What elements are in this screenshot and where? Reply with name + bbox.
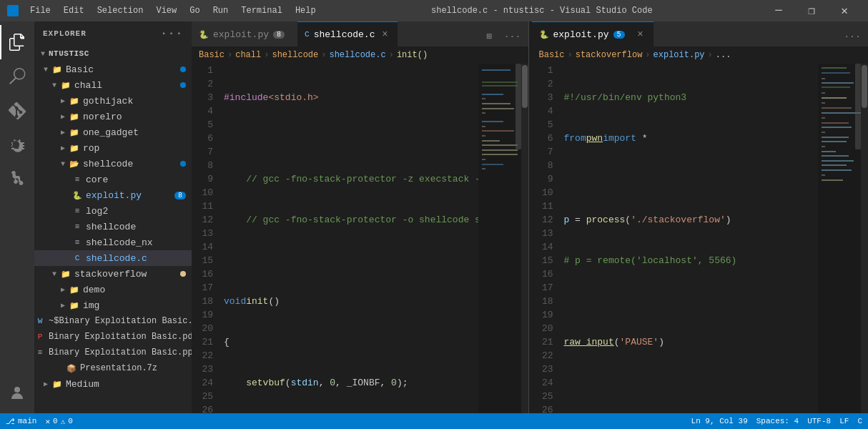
- tab-exploit-py-right[interactable]: 🐍 exploit.py 5 ×: [532, 21, 654, 46]
- left-code-area[interactable]: 1 2 3 4 5 6 7 8 9 10 11 12 13: [192, 64, 528, 413]
- code-line: [564, 376, 819, 390]
- menu-file[interactable]: File: [24, 4, 56, 17]
- tab-close-button[interactable]: ×: [635, 29, 646, 40]
- folder-label: one_gadget: [83, 127, 139, 138]
- breadcrumb-basic[interactable]: Basic: [539, 50, 565, 60]
- sidebar-item-demo[interactable]: ▶ 📁 demo: [34, 282, 192, 297]
- breadcrumb-symbol[interactable]: init(): [397, 50, 428, 60]
- expand-arrow: ▶: [40, 378, 51, 390]
- sidebar-item-chall[interactable]: ▼ 📁 chall: [34, 77, 192, 93]
- tab-shellcode-c[interactable]: C shellcode.c ×: [297, 21, 398, 46]
- more-actions-button[interactable]: ···: [503, 26, 523, 46]
- tab-close-button[interactable]: ×: [379, 29, 390, 40]
- sidebar-item-core[interactable]: ≡ core: [34, 172, 192, 187]
- menu-go[interactable]: Go: [184, 4, 205, 17]
- warning-icon: ⚠: [61, 417, 66, 426]
- file-label: Binary Exploitation Basic.pdf: [49, 332, 192, 342]
- sidebar-item-basic[interactable]: ▼ 📁 Basic: [34, 61, 192, 77]
- menu-edit[interactable]: Edit: [58, 4, 90, 17]
- code-line: # p = remote('localhost', 5566): [564, 254, 819, 267]
- python-icon: 🐍: [539, 30, 549, 39]
- file-label: shellcode.c: [86, 253, 147, 264]
- right-code-content[interactable]: #!/usr/bin/env python3 from pwn import *…: [561, 64, 819, 413]
- file-icon: ≡: [71, 237, 83, 248]
- sidebar-item-binary-pdf[interactable]: P Binary Exploitation Basic.pdf: [34, 329, 192, 345]
- eol-status[interactable]: LF: [839, 417, 849, 425]
- tab-exploit-py-left[interactable]: 🐍 exploit.py 8: [192, 21, 297, 46]
- left-tab-bar: 🐍 exploit.py 8 C shellcode.c × ⊞ ···: [192, 21, 528, 46]
- menu-view[interactable]: View: [150, 4, 182, 17]
- activity-debug[interactable]: [0, 128, 34, 162]
- svg-rect-9: [482, 112, 485, 114]
- sidebar-item-binary-doc[interactable]: W ~$Binary Exploitation Basic....: [34, 313, 192, 329]
- sidebar-item-gothijack[interactable]: ▶ 📁 gothijack: [34, 93, 192, 109]
- file-tree: ▼ NTUSTISC ▼ 📁 Basic ▼ 📁 chall: [34, 46, 192, 413]
- folder-label: gothijack: [83, 96, 133, 107]
- sidebar-more-button[interactable]: ···: [160, 27, 183, 40]
- breadcrumb-exploit-py[interactable]: exploit.py: [654, 50, 705, 60]
- maximize-button[interactable]: ❐: [795, 0, 828, 21]
- split-editor-button[interactable]: ⊞: [480, 26, 500, 46]
- breadcrumb-file[interactable]: shellcode.c: [329, 50, 385, 60]
- spaces-status[interactable]: Spaces: 4: [756, 417, 799, 425]
- sidebar-item-norelro[interactable]: ▶ 📁 norelro: [34, 109, 192, 124]
- sidebar-item-one-gadget[interactable]: ▶ 📁 one_gadget: [34, 124, 192, 140]
- sidebar-item-img[interactable]: ▶ 📁 img: [34, 297, 192, 313]
- tab-badge: 8: [273, 31, 285, 39]
- sidebar-item-medium[interactable]: ▶ 📁 Medium: [34, 376, 192, 392]
- minimize-button[interactable]: ─: [762, 0, 795, 21]
- svg-rect-16: [482, 149, 518, 151]
- line-col-status[interactable]: Ln 9, Col 39: [691, 417, 748, 425]
- sidebar-item-stackoverflow[interactable]: ▼ 📁 stackoverflow: [34, 266, 192, 282]
- svg-rect-35: [822, 127, 852, 128]
- sidebar-item-shellcode-elf[interactable]: ≡ shellcode: [34, 219, 192, 235]
- sidebar-header: Explorer ···: [34, 21, 192, 46]
- breadcrumb-basic[interactable]: Basic: [199, 50, 225, 60]
- code-line: #include <stdio.h>: [224, 91, 478, 104]
- svg-rect-15: [482, 144, 518, 146]
- breadcrumb-dots[interactable]: ...: [716, 50, 731, 60]
- sidebar: Explorer ··· ▼ NTUSTISC ▼ 📁 Basic ▼: [34, 21, 192, 413]
- expand-arrow: ▶: [57, 300, 69, 311]
- svg-rect-33: [822, 117, 825, 119]
- close-button[interactable]: ✕: [828, 0, 861, 21]
- breadcrumb-chall[interactable]: chall: [235, 50, 261, 60]
- activity-explorer[interactable]: [0, 25, 34, 59]
- sidebar-item-binary-pptx[interactable]: ≡ Binary Exploitation Basic.pptx: [34, 345, 192, 360]
- folder-icon: 📁: [51, 64, 63, 75]
- svg-rect-42: [822, 160, 854, 162]
- breadcrumb-shellcode[interactable]: shellcode: [272, 50, 318, 60]
- file-icon: W: [34, 315, 46, 327]
- sidebar-item-shellcode-folder[interactable]: ▼ 📂 shellcode: [34, 156, 192, 172]
- breadcrumb-stackoverflow[interactable]: stackoverflow: [576, 50, 643, 60]
- menu-run[interactable]: Run: [207, 4, 235, 17]
- left-editor-pane: 🐍 exploit.py 8 C shellcode.c × ⊞ ···: [192, 21, 529, 413]
- encoding-status[interactable]: UTF-8: [807, 417, 831, 425]
- scrollbar-thumb[interactable]: [862, 65, 867, 108]
- git-branch-status[interactable]: ⎇ main: [6, 417, 36, 426]
- activity-git[interactable]: [0, 94, 34, 128]
- sidebar-item-ntustisc[interactable]: ▼ NTUSTISC: [34, 46, 192, 61]
- right-scrollbar[interactable]: [861, 64, 868, 413]
- left-scrollbar[interactable]: [521, 64, 528, 413]
- sidebar-item-shellcode-nx[interactable]: ≡ shellcode_nx: [34, 235, 192, 250]
- right-code-area[interactable]: 1 2 3 4 5 6 7 8 9 10 11 12 13: [532, 64, 869, 413]
- left-code-content[interactable]: #include <stdio.h> // gcc -fno-stack-pro…: [220, 64, 478, 413]
- sidebar-item-log2[interactable]: ≡ log2: [34, 203, 192, 219]
- sidebar-item-shellcode-c[interactable]: C shellcode.c: [34, 250, 192, 266]
- language-status[interactable]: C: [857, 417, 862, 425]
- activity-account[interactable]: [0, 375, 34, 410]
- sidebar-item-exploit-py[interactable]: 🐍 exploit.py 8: [34, 187, 192, 203]
- menu-help[interactable]: Help: [290, 4, 322, 17]
- right-minimap: [818, 64, 861, 413]
- tab-badge: 5: [613, 31, 625, 39]
- sidebar-item-rop[interactable]: ▶ 📁 rop: [34, 140, 192, 156]
- more-actions-button[interactable]: ···: [842, 26, 862, 46]
- menu-terminal[interactable]: Terminal: [235, 4, 288, 17]
- activity-extensions[interactable]: [0, 162, 34, 197]
- activity-search[interactable]: [0, 59, 34, 94]
- sidebar-item-presentation-7z[interactable]: 📦 Presentation.7z: [34, 360, 192, 376]
- errors-status[interactable]: ✕ 0 ⚠ 0: [45, 417, 72, 426]
- menu-selection[interactable]: Selection: [92, 4, 149, 17]
- scrollbar-thumb[interactable]: [522, 65, 528, 108]
